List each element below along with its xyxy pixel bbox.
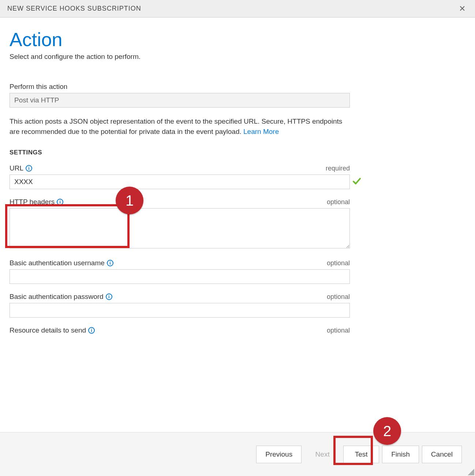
resource-details-field: Resource details to send i optional (10, 326, 351, 334)
action-description-text: This action posts a JSON object represen… (10, 117, 342, 135)
perform-action-label: Perform this action (10, 83, 67, 91)
http-headers-field: HTTP headers i optional (10, 198, 351, 250)
url-input[interactable] (10, 175, 350, 189)
basic-username-label: Basic authentication username i (10, 259, 113, 267)
resource-details-label-text: Resource details to send (10, 326, 86, 334)
http-headers-label: HTTP headers i (10, 198, 63, 206)
test-button[interactable]: Test (343, 446, 379, 463)
basic-password-label: Basic authentication password i (10, 293, 112, 301)
info-icon[interactable]: i (106, 293, 112, 300)
basic-username-field: Basic authentication username i optional (10, 259, 351, 284)
basic-username-hint: optional (327, 259, 350, 267)
basic-password-field: Basic authentication password i optional (10, 293, 351, 318)
url-label: URL i (10, 164, 32, 172)
check-icon (351, 177, 362, 187)
http-headers-label-text: HTTP headers (10, 198, 55, 206)
dialog-title: NEW SERVICE HOOKS SUBSCRIPTION (7, 5, 141, 12)
finish-button[interactable]: Finish (382, 446, 419, 463)
basic-username-input[interactable] (10, 269, 350, 284)
basic-username-label-text: Basic authentication username (10, 259, 105, 267)
url-field: URL i required (10, 164, 351, 189)
http-headers-hint: optional (327, 198, 350, 206)
settings-heading: SETTINGS (10, 149, 351, 156)
basic-password-input[interactable] (10, 303, 350, 318)
http-headers-input[interactable] (10, 208, 350, 248)
dialog-footer: Previous Next Test Finish Cancel (0, 432, 475, 476)
resource-details-label: Resource details to send i (10, 326, 95, 334)
learn-more-link[interactable]: Learn More (243, 128, 279, 135)
info-icon[interactable]: i (26, 165, 32, 172)
dialog-header: NEW SERVICE HOOKS SUBSCRIPTION ✕ (0, 0, 475, 18)
dialog-content: Action Select and configure the action t… (0, 18, 362, 432)
resource-details-hint: optional (327, 327, 350, 334)
page-subtitle: Select and configure the action to perfo… (10, 53, 351, 61)
basic-password-label-text: Basic authentication password (10, 293, 104, 301)
previous-button[interactable]: Previous (256, 446, 302, 463)
page-title: Action (10, 29, 351, 50)
url-hint: required (326, 165, 350, 172)
dialog-body-scroll[interactable]: Action Select and configure the action t… (0, 18, 475, 432)
next-button: Next (304, 446, 340, 463)
info-icon[interactable]: i (107, 260, 113, 266)
url-label-text: URL (10, 164, 23, 172)
perform-action-select[interactable]: Post via HTTP (10, 93, 350, 108)
info-icon[interactable]: i (57, 199, 63, 205)
close-icon[interactable]: ✕ (457, 4, 468, 14)
basic-password-hint: optional (327, 293, 350, 301)
action-description: This action posts a JSON object represen… (10, 116, 350, 136)
info-icon[interactable]: i (88, 327, 95, 334)
perform-action-field: Perform this action Post via HTTP (10, 83, 351, 108)
resize-grip[interactable] (466, 467, 474, 475)
cancel-button[interactable]: Cancel (422, 446, 462, 463)
